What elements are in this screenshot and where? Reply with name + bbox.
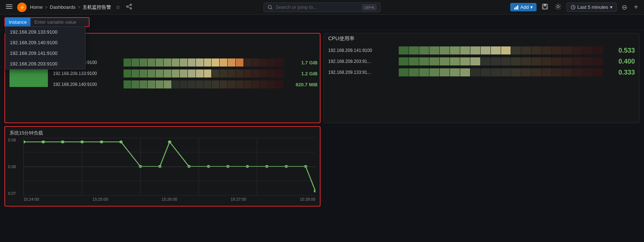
svg-point-45 bbox=[314, 190, 315, 193]
toolbar-row: Instance 192.168.209.133:9100 192.168.20… bbox=[0, 15, 644, 30]
x-label-2: 15:26:00 bbox=[162, 197, 177, 201]
cpu-gauge-bar bbox=[399, 57, 603, 65]
x-label-1: 15:25:00 bbox=[92, 197, 108, 201]
svg-line-8 bbox=[128, 5, 130, 6]
cpu-gauge-bar bbox=[399, 68, 603, 76]
svg-point-6 bbox=[126, 6, 128, 7]
svg-point-31 bbox=[61, 140, 64, 143]
dropdown-item-1[interactable]: 192.168.209.140:9100 bbox=[5, 37, 85, 48]
memory-gauge-value: 1.2 GiB bbox=[287, 71, 318, 76]
svg-point-32 bbox=[80, 140, 84, 143]
cpu-panel-title: CPU使用率 bbox=[324, 33, 639, 44]
y-label-0: 0.09 bbox=[8, 138, 16, 142]
svg-point-5 bbox=[130, 4, 132, 5]
memory-gauge-row: 192.168.209.133:9100 1.2 GiB bbox=[51, 68, 320, 79]
nav-right: Add ▾ Last 5 minutes ▾ ⊖ bbox=[380, 1, 640, 13]
instance-label: Instance bbox=[5, 18, 30, 26]
memory-gauge-bar bbox=[124, 80, 284, 88]
cpu-gauge-value: 0.400 bbox=[606, 58, 635, 65]
plus-button[interactable]: + bbox=[632, 1, 640, 13]
memory-gauge-row: 192.168.209.203:9100 1.7 GiB bbox=[51, 57, 320, 68]
dropdown-item-3[interactable]: 192.168.209.203:9100 bbox=[5, 58, 85, 69]
svg-point-18 bbox=[557, 5, 559, 8]
nav-left: ⚡ Home > Dashboards > 主机监控告警 ☆ bbox=[4, 2, 264, 13]
memory-row-label: 192.168.209.133:9100 bbox=[53, 71, 121, 76]
svg-rect-13 bbox=[516, 7, 517, 10]
svg-line-21 bbox=[573, 7, 574, 8]
svg-rect-12 bbox=[514, 8, 515, 10]
dropdown-item-2[interactable]: 192.168.209.141:9100 bbox=[5, 48, 85, 58]
zoom-out-button[interactable]: ⊖ bbox=[620, 2, 629, 13]
add-label: Add bbox=[520, 4, 529, 10]
cpu-rows: 192.168.209.141:9100 0.533 192.168.209.2… bbox=[324, 44, 639, 78]
svg-rect-1 bbox=[6, 6, 12, 7]
svg-point-37 bbox=[168, 140, 171, 143]
cpu-gauge-value: 0.333 bbox=[606, 69, 635, 76]
instance-dropdown: 192.168.209.133:9100 192.168.209.140:910… bbox=[5, 26, 86, 69]
load15-panel-title: 系统15分钟负载 bbox=[5, 127, 320, 138]
cpu-gauge-value: 0.533 bbox=[606, 47, 635, 54]
search-bar[interactable]: Search or jump to... ctrl+k bbox=[264, 3, 380, 12]
search-icon bbox=[268, 5, 273, 10]
share-button[interactable] bbox=[125, 2, 133, 12]
svg-rect-14 bbox=[517, 5, 518, 10]
dropdown-item-0[interactable]: 192.168.209.133:9100 bbox=[5, 27, 85, 37]
save-button[interactable] bbox=[540, 2, 550, 13]
hamburger-button[interactable] bbox=[4, 2, 14, 13]
settings-button[interactable] bbox=[553, 2, 563, 13]
cpu-gauge-row: 192.168.209.141:9100 0.533 bbox=[324, 45, 639, 56]
search-shortcut: ctrl+k bbox=[362, 4, 376, 10]
breadcrumb-home[interactable]: Home bbox=[30, 4, 43, 10]
svg-point-10 bbox=[268, 5, 272, 8]
cpu-row-label: 192.168.209.133:91... bbox=[328, 70, 396, 75]
x-label-4: 15:28:00 bbox=[300, 197, 315, 201]
svg-rect-16 bbox=[543, 4, 546, 6]
x-axis: 15:24:00 15:25:00 15:26:00 15:27:00 15:2… bbox=[23, 196, 315, 201]
memory-rows: 192.168.209.203:9100 1.7 GiB 192.168.209… bbox=[51, 57, 320, 90]
gear-icon bbox=[555, 3, 561, 10]
chart-icon bbox=[514, 5, 519, 10]
time-range-button[interactable]: Last 5 minutes ▾ bbox=[567, 3, 617, 12]
memory-row-label: 192.168.209.140:9100 bbox=[53, 82, 121, 87]
memory-gauge-value: 1.7 GiB bbox=[287, 60, 318, 65]
breadcrumb-sep2: > bbox=[77, 4, 80, 10]
save-icon bbox=[542, 3, 548, 10]
cpu-panel: CPU使用率 192.168.209.141:9100 0.533 192.16… bbox=[323, 33, 640, 123]
add-button[interactable]: Add ▾ bbox=[510, 3, 537, 11]
x-label-3: 15:27:00 bbox=[231, 197, 246, 201]
time-range-label: Last 5 minutes bbox=[577, 4, 609, 10]
svg-point-34 bbox=[119, 140, 122, 143]
svg-line-9 bbox=[128, 7, 130, 8]
memory-gauge-value: 620.7 MiB bbox=[287, 82, 318, 87]
memory-panel-title: 使用率 bbox=[51, 46, 320, 57]
memory-gauge-row: 192.168.209.140:9100 620.7 MiB bbox=[51, 79, 320, 90]
svg-point-30 bbox=[42, 140, 45, 143]
svg-point-33 bbox=[100, 140, 103, 143]
x-label-0: 15:24:00 bbox=[23, 197, 39, 201]
cpu-gauge-bar bbox=[399, 46, 603, 54]
y-label-1: 0.08 bbox=[8, 165, 16, 169]
add-chevron-icon: ▾ bbox=[530, 4, 533, 10]
svg-line-11 bbox=[271, 8, 273, 10]
breadcrumb-current: 主机监控告警 bbox=[83, 4, 111, 11]
svg-rect-0 bbox=[6, 4, 12, 5]
breadcrumb-dashboards[interactable]: Dashboards bbox=[50, 4, 75, 10]
search-placeholder: Search or jump to... bbox=[276, 4, 317, 10]
search-area: Search or jump to... ctrl+k bbox=[264, 3, 380, 12]
breadcrumb: Home > Dashboards > 主机监控告警 bbox=[30, 4, 111, 11]
memory-gauge-bar bbox=[124, 58, 284, 67]
memory-gauge-bar bbox=[124, 69, 284, 77]
svg-text:⚡: ⚡ bbox=[19, 4, 26, 11]
breadcrumb-sep1: > bbox=[45, 4, 48, 10]
cpu-row-label: 192.168.209.141:9100 bbox=[328, 48, 396, 53]
variable-group: Instance 192.168.209.133:9100 192.168.20… bbox=[4, 17, 90, 27]
time-chevron-icon: ▾ bbox=[610, 4, 613, 10]
svg-rect-2 bbox=[6, 8, 12, 9]
top-nav: ⚡ Home > Dashboards > 主机监控告警 ☆ S bbox=[0, 0, 644, 15]
variable-input[interactable] bbox=[30, 18, 89, 26]
svg-rect-17 bbox=[543, 7, 547, 9]
y-label-2: 0.07 bbox=[8, 191, 16, 196]
star-button[interactable]: ☆ bbox=[114, 3, 122, 12]
clock-icon bbox=[571, 5, 576, 10]
cpu-row-label: 192.168.209.203:91... bbox=[328, 59, 396, 64]
